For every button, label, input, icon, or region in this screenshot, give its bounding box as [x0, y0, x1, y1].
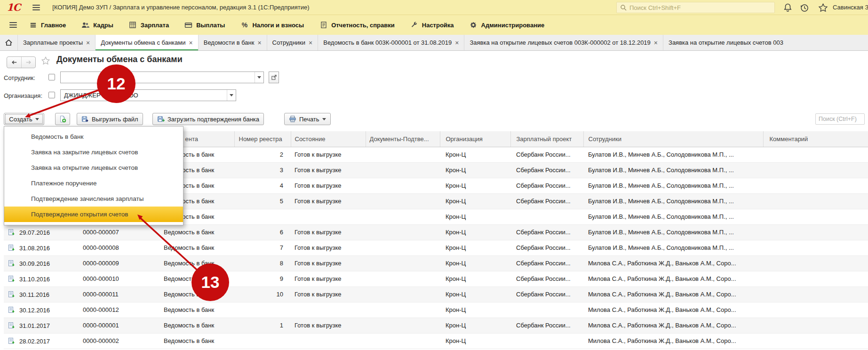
table-cell: 0000-000011 — [66, 286, 160, 302]
menubar-item-kadry[interactable]: Кадры — [81, 21, 113, 29]
list-search-input[interactable] — [819, 116, 861, 122]
table-cell: 1 — [234, 318, 291, 333]
table-cell — [763, 318, 868, 333]
table-cell: Милова С.А., Работкина Ж.Д., Ваньков А.М… — [583, 271, 763, 286]
table-row[interactable]: 31.10.20160000-000010Ведомость в банк9Го… — [4, 271, 868, 286]
print-button[interactable]: Печать — [284, 113, 331, 125]
column-header-4[interactable]: Номер реестра — [234, 131, 291, 147]
column-header-7[interactable]: Организация — [440, 131, 510, 147]
tab-close-icon[interactable]: × — [189, 39, 193, 47]
current-user[interactable]: Савинская З — [833, 4, 868, 11]
column-header-6[interactable]: Документы-Подтве... — [366, 131, 440, 147]
table-cell: Крон-Ц — [440, 271, 510, 286]
table-row[interactable]: 29.07.20160000-000007Ведомость в банк6Го… — [4, 224, 868, 240]
create-menu-item-2[interactable]: Заявка на закрытие лицевых счетов — [4, 144, 183, 160]
menubar-item-administrirovanie[interactable]: Администрирование — [470, 21, 545, 29]
table-cell: Готов к выгрузке — [291, 240, 366, 255]
table-row[interactable]: 31.08.20160000-000008Ведомость в банк7Го… — [4, 240, 868, 255]
table-cell: 0000-000012 — [66, 302, 160, 318]
table-cell — [763, 162, 868, 178]
tab-close-icon[interactable]: × — [309, 39, 312, 47]
employee-filter-input[interactable] — [61, 72, 255, 83]
tab-close-icon[interactable]: × — [257, 39, 261, 47]
new-document-button[interactable] — [55, 113, 70, 125]
tab-close-icon[interactable]: × — [455, 39, 459, 47]
menubar-item-label: Настройка — [422, 22, 454, 29]
cell-text: 31.01.2017 — [19, 322, 50, 329]
sections-menu-icon[interactable] — [9, 21, 17, 29]
tab-3[interactable]: Ведомости в банк× — [199, 35, 267, 50]
menubar-item-label: Выплаты — [196, 22, 225, 29]
table-cell: Милова С.А., Работкина Ж.Д., Ваньков А.М… — [583, 302, 763, 318]
list-search-field[interactable] — [815, 113, 865, 125]
table-cell: Булатов И.В., Минчев А.Б., Солодовникова… — [583, 224, 763, 240]
add-to-favorites-star-icon[interactable] — [41, 56, 50, 65]
column-header-9[interactable]: Сотрудники — [583, 131, 763, 147]
table-cell: 31.10.2016 — [4, 271, 66, 286]
table-cell — [763, 178, 868, 193]
table-cell: 7 — [234, 240, 291, 255]
home-icon[interactable] — [0, 35, 18, 50]
table-row[interactable]: 30.09.20160000-000009Ведомость в банк8Го… — [4, 255, 868, 271]
global-search-field[interactable] — [616, 2, 775, 13]
table-row[interactable]: 30.11.20160000-000011Ведомость в банк10Г… — [4, 286, 868, 302]
table-cell: Готов к выгрузке — [291, 162, 366, 178]
column-header-10[interactable]: Комментарий — [763, 131, 868, 147]
column-header-8[interactable]: Зарплатный проект — [510, 131, 583, 147]
application-window: 1С [КОПИЯ] Демо ЗУП / Зарплата и управле… — [0, 0, 868, 350]
tab-5[interactable]: Ведомость в банк 003К-000001 от 31.08.20… — [318, 35, 464, 50]
employee-open-form-icon[interactable] — [269, 72, 279, 83]
back-button[interactable] — [7, 57, 21, 68]
menubar-item-zarplata[interactable]: Зарплата — [129, 21, 169, 29]
organization-filter-checkbox[interactable] — [48, 92, 55, 98]
table-row[interactable]: 31.01.20170000-000001Ведомость в банк1Го… — [4, 318, 868, 333]
employee-dropdown-icon[interactable] — [255, 72, 263, 83]
table-cell — [366, 224, 440, 240]
tab-close-icon[interactable]: × — [86, 39, 90, 47]
table-row[interactable]: 28.02.20170000-000002Ведомость в банкКро… — [4, 333, 868, 349]
organization-filter-label: Организация: — [4, 92, 42, 99]
table-cell: Булатов И.В., Минчев А.Б., Солодовникова… — [583, 209, 763, 224]
employee-filter-checkbox[interactable] — [48, 74, 55, 80]
import-confirmations-icon — [157, 115, 165, 123]
organization-dropdown-icon[interactable] — [227, 90, 236, 101]
menubar-item-vyplaty[interactable]: Выплаты — [184, 21, 225, 29]
notifications-bell-icon[interactable] — [783, 3, 793, 13]
export-file-button[interactable]: Выгрузить файл — [77, 113, 143, 125]
tab-4[interactable]: Сотрудники× — [267, 35, 319, 50]
menubar-item-nastroyka[interactable]: Настройка — [410, 21, 454, 29]
tab-7[interactable]: Заявка на открытие лицевых счетов 003 — [663, 35, 868, 50]
create-menu-item-3[interactable]: Заявка на открытие лицевых счетов — [4, 160, 183, 175]
column-header-5[interactable]: Состояние — [291, 131, 366, 147]
create-menu-item-5[interactable]: Подтверждение зачисления зарплаты — [4, 191, 183, 207]
document-posted-icon — [8, 337, 15, 345]
history-icon[interactable] — [799, 3, 809, 13]
create-menu-item-6[interactable]: Подтверждение открытия счетов — [4, 207, 183, 222]
tab-close-icon[interactable]: × — [654, 39, 658, 47]
favorites-star-icon[interactable] — [818, 3, 828, 13]
tab-2[interactable]: Документы обмена с банками× — [96, 35, 198, 50]
table-cell: 0000-000001 — [66, 318, 160, 333]
table-cell: 6 — [234, 224, 291, 240]
create-button[interactable]: Создать — [4, 113, 44, 125]
menubar-item-otchetnost[interactable]: Отчетность, справки — [319, 21, 395, 29]
global-search-input[interactable] — [629, 4, 772, 11]
create-menu-item-4[interactable]: Платежное поручение — [4, 175, 183, 191]
table-row[interactable]: 30.12.20160000-000012Ведомость в банкКро… — [4, 302, 868, 318]
import-confirmations-button[interactable]: Загрузить подтверждения банка — [152, 113, 264, 125]
forward-button[interactable] — [21, 57, 35, 68]
table-cell: 2 — [234, 147, 291, 162]
tab-6[interactable]: Заявка на открытие лицевых счетов 003К-0… — [464, 35, 663, 50]
table-cell: Крон-Ц — [440, 162, 510, 178]
table-cell: 9 — [234, 271, 291, 286]
table-cell: Булатов И.В., Минчев А.Б., Солодовникова… — [583, 193, 763, 209]
menubar-item-main[interactable]: Главное — [29, 21, 66, 29]
table-cell: 0000-000009 — [66, 255, 160, 271]
main-menu-icon[interactable] — [32, 3, 40, 12]
table-cell: 0000-000008 — [66, 240, 160, 255]
menubar-item-nalogi[interactable]: %Налоги и взносы — [240, 21, 304, 29]
create-menu-item-1[interactable]: Ведомость в банк — [4, 129, 183, 144]
table-cell — [234, 302, 291, 318]
organization-filter-input[interactable] — [61, 90, 227, 101]
tab-1[interactable]: Зарплатные проекты× — [18, 35, 96, 50]
